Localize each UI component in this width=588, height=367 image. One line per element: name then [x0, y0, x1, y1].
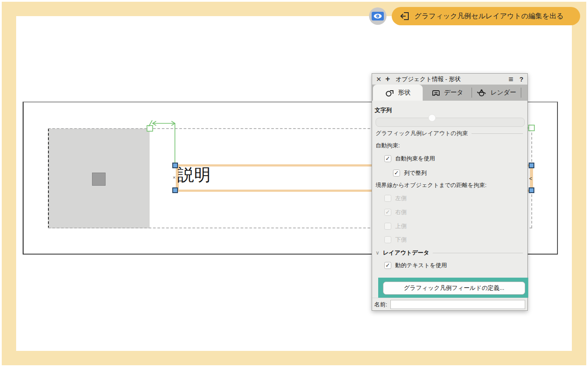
checkbox-dynamic-text[interactable]: ✓ — [384, 262, 391, 269]
constraints-section-header: グラフィック凡例レイアウトの拘束 — [376, 129, 523, 137]
checkbox-bottom-side[interactable] — [384, 236, 391, 243]
help-icon[interactable]: ? — [520, 75, 523, 83]
anchor-x-mark: × — [173, 175, 175, 180]
palette-title: オブジェクト情報 - 形状 — [396, 75, 461, 83]
exit-button-label: グラフィック凡例セルレイアウトの編集を出る — [414, 12, 564, 21]
checkbox-use-auto[interactable]: ✓ — [384, 155, 391, 162]
legend-symbol-inner-square — [92, 173, 106, 186]
name-input[interactable] — [390, 300, 525, 309]
checkbox-bottom-side-label: 下側 — [395, 236, 407, 244]
checkbox-row-dynamic-text[interactable]: ✓ 動的テキストを使用 — [384, 262, 447, 269]
exit-edit-mode-button[interactable]: グラフィック凡例セルレイアウトの編集を出る — [392, 7, 580, 25]
add-icon[interactable]: + — [386, 75, 390, 84]
right-edge-mark: < — [529, 176, 532, 182]
palette-titlebar[interactable]: ✕ + オブジェクト情報 - 形状 ≡ ? — [372, 74, 527, 85]
checkbox-row-use-auto[interactable]: ✓ 自動拘束を使用 — [384, 155, 435, 163]
distance-constraint-label: 境界線からオブジェクトまでの距離を拘束: — [376, 181, 486, 189]
slider-knob[interactable] — [428, 114, 436, 122]
checkbox-align-columns-label: 列で整列 — [404, 169, 427, 177]
legend-description-text[interactable]: 説明 — [178, 167, 211, 183]
checkbox-align-columns[interactable]: ✓ — [393, 170, 400, 177]
layout-data-title: レイアウトデータ — [383, 249, 429, 257]
tab-data-label: データ — [444, 88, 463, 97]
section-divider-line — [472, 133, 523, 134]
teapot-icon — [476, 88, 487, 97]
checkbox-row-top-side[interactable]: 上側 — [384, 222, 407, 230]
layout-data-section-header[interactable]: ∨ レイアウトデータ — [376, 249, 523, 257]
checkbox-left-side-label: 左側 — [395, 194, 407, 202]
object-info-palette: ✕ + オブジェクト情報 - 形状 ≡ ? 形状 — [372, 73, 528, 311]
checkbox-row-align-columns[interactable]: ✓ 列で整列 — [393, 169, 427, 177]
checkbox-row-bottom-side[interactable]: 下側 — [384, 236, 407, 244]
checkbox-top-side-label: 上側 — [395, 222, 407, 230]
tab-shape-label: 形状 — [398, 88, 411, 97]
name-label: 名前: — [374, 301, 387, 309]
eye-icon — [371, 11, 384, 21]
app-screen: 説明 × < グラフィック凡例セルレイアウトの編集を出る — [0, 0, 588, 367]
tab-render-label: レンダー — [490, 88, 516, 97]
tab-separator — [521, 88, 521, 98]
shape-icon — [385, 88, 395, 97]
selection-handle-top-left[interactable] — [172, 163, 178, 168]
checkbox-row-right-side[interactable]: ✓ 右側 — [384, 208, 407, 216]
selection-handle-bottom-right[interactable] — [529, 187, 534, 193]
data-icon — [431, 88, 441, 97]
section-divider-line — [433, 253, 523, 253]
tab-data[interactable]: データ — [423, 85, 472, 101]
visibility-button[interactable] — [369, 7, 386, 25]
checkbox-right-side[interactable]: ✓ — [384, 209, 391, 216]
constraints-section-title: グラフィック凡例レイアウトの拘束 — [376, 129, 468, 137]
palette-tabbar: 形状 データ — [372, 85, 527, 101]
close-icon[interactable]: ✕ — [376, 75, 382, 83]
selection-handle-top-right[interactable] — [529, 163, 534, 168]
tab-render[interactable]: レンダー — [472, 85, 521, 101]
auto-constraint-label: 自動拘束: — [376, 142, 400, 150]
chevron-down-icon[interactable]: ∨ — [376, 250, 379, 256]
string-section-label: 文字列 — [375, 106, 392, 114]
checkbox-top-side[interactable] — [384, 223, 391, 230]
define-legend-fields-button[interactable]: グラフィック凡例フィールドの定義... — [383, 282, 525, 295]
selection-handle-bottom-left[interactable] — [172, 187, 178, 193]
checkbox-use-auto-label: 自動拘束を使用 — [395, 155, 435, 163]
exit-icon — [400, 11, 410, 21]
tab-shape[interactable]: 形状 — [373, 85, 423, 101]
checkbox-right-side-label: 右側 — [395, 208, 407, 216]
checkbox-row-left-side[interactable]: 左側 — [384, 194, 407, 202]
name-row: 名前: — [372, 298, 527, 311]
checkbox-dynamic-text-label: 動的テキストを使用 — [395, 262, 447, 269]
menu-icon[interactable]: ≡ — [509, 75, 513, 84]
scrolled-control-box — [376, 118, 525, 127]
checkbox-left-side[interactable] — [384, 195, 391, 202]
